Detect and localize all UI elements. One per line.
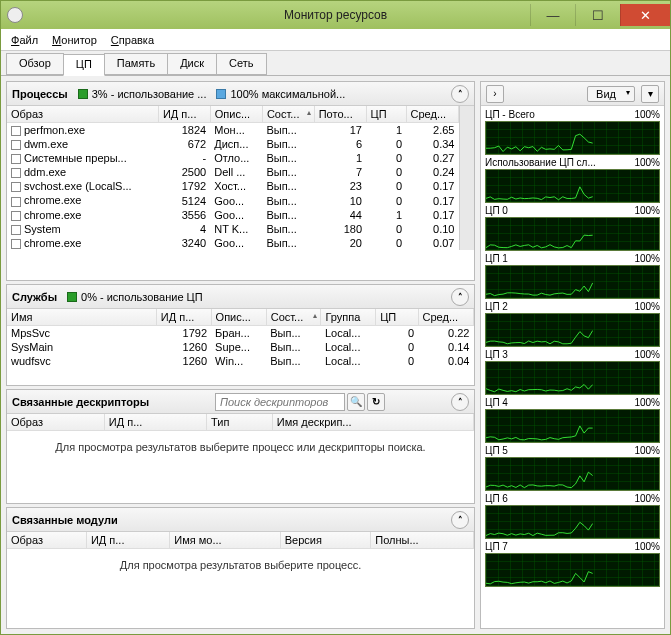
cpu-graph: ЦП 7100% [485, 540, 660, 587]
column-header[interactable]: Группа [321, 309, 376, 326]
tab-disk[interactable]: Диск [167, 53, 217, 75]
checkbox[interactable] [11, 197, 21, 207]
table-row[interactable]: chrome.exe3240Goo...Вып...2000.07 [7, 236, 459, 250]
table-row[interactable]: dwm.exe672Дисп...Вып...600.34 [7, 137, 459, 151]
column-header[interactable]: Сост... [262, 106, 314, 123]
column-header[interactable]: Тип [207, 414, 273, 431]
checkbox[interactable] [11, 239, 21, 249]
cpu-graph: ЦП 2100% [485, 300, 660, 347]
table-row[interactable]: MpsSvc1792Бран...Вып...Local...00.22 [7, 326, 474, 341]
table-row[interactable]: System4NT K...Вып...18000.10 [7, 222, 459, 236]
cpu-max-legend: 100% максимальной... [216, 88, 345, 100]
collapse-handles-icon[interactable]: ˄ [451, 393, 469, 411]
checkbox[interactable] [11, 154, 21, 164]
window-title: Монитор ресурсов [284, 8, 387, 22]
app-icon [7, 7, 23, 23]
processes-table[interactable]: ОбразИД п...Опис...Сост...Пото...ЦПСред.… [7, 106, 459, 250]
graph-label: ЦП 7 [485, 541, 508, 552]
column-header[interactable]: ЦП [366, 106, 406, 123]
column-header[interactable]: ИД п... [86, 532, 169, 549]
column-header[interactable]: Имя [7, 309, 156, 326]
column-header[interactable]: Опис... [211, 309, 266, 326]
table-row[interactable]: SysMain1260Supe...Вып...Local...00.14 [7, 340, 474, 354]
cpu-graph: ЦП 6100% [485, 492, 660, 539]
graph-label: ЦП 4 [485, 397, 508, 408]
graph-percent: 100% [634, 253, 660, 264]
menu-help[interactable]: Справка [111, 34, 154, 46]
table-row[interactable]: chrome.exe3556Goo...Вып...4410.17 [7, 208, 459, 222]
menu-file[interactable]: Файл [11, 34, 38, 46]
column-header[interactable]: Версия [280, 532, 371, 549]
titlebar[interactable]: Монитор ресурсов — ☐ ✕ [1, 1, 670, 29]
graph-percent: 100% [634, 445, 660, 456]
graph-label: ЦП 5 [485, 445, 508, 456]
cpu-graph: Использование ЦП сл...100% [485, 156, 660, 203]
maximize-button[interactable]: ☐ [575, 4, 620, 26]
table-row[interactable]: ddm.exe2500Dell ...Вып...700.24 [7, 165, 459, 179]
graph-percent: 100% [634, 157, 660, 168]
scrollbar[interactable] [459, 106, 474, 250]
column-header[interactable]: Имя мо... [170, 532, 280, 549]
processes-panel: Процессы 3% - использование ... 100% мак… [6, 81, 475, 281]
table-row[interactable]: perfmon.exe1824Мон...Вып...1712.65 [7, 123, 459, 138]
checkbox[interactable] [11, 168, 21, 178]
column-header[interactable]: Опис... [210, 106, 262, 123]
graph-percent: 100% [634, 205, 660, 216]
services-table[interactable]: ИмяИД п...Опис...Сост...ГруппаЦПСред... … [7, 309, 474, 368]
modules-panel: Связанные модули ˄ ОбразИД п...Имя мо...… [6, 507, 475, 629]
modules-table[interactable]: ОбразИД п...Имя мо...ВерсияПолны... [7, 532, 474, 549]
column-header[interactable]: Образ [7, 532, 86, 549]
column-header[interactable]: Образ [7, 106, 158, 123]
table-row[interactable]: Системные преры...-Отло...Вып...100.27 [7, 151, 459, 165]
table-row[interactable]: wudfsvc1260Win...Вып...Local...00.04 [7, 354, 474, 368]
cpu-graph: ЦП 1100% [485, 252, 660, 299]
handles-panel: Связанные дескрипторы 🔍 ↻ ˄ ОбразИД п...… [6, 389, 475, 504]
tab-cpu[interactable]: ЦП [63, 54, 105, 76]
column-header[interactable]: Образ [7, 414, 104, 431]
collapse-modules-icon[interactable]: ˄ [451, 511, 469, 529]
app-window: Монитор ресурсов — ☐ ✕ Файл Монитор Спра… [0, 0, 671, 635]
tab-memory[interactable]: Память [104, 53, 168, 75]
column-header[interactable]: ИД п... [156, 309, 211, 326]
view-options-icon[interactable]: ▾ [641, 85, 659, 103]
column-header[interactable]: Сред... [418, 309, 473, 326]
handles-title: Связанные дескрипторы [12, 396, 149, 408]
expand-graphs-icon[interactable]: › [486, 85, 504, 103]
menu-monitor[interactable]: Монитор [52, 34, 97, 46]
column-header[interactable]: Имя дескрип... [272, 414, 473, 431]
refresh-icon[interactable]: ↻ [367, 393, 385, 411]
tab-overview[interactable]: Обзор [6, 53, 64, 75]
checkbox[interactable] [11, 126, 21, 136]
cpu-graph: ЦП 3100% [485, 348, 660, 395]
menubar: Файл Монитор Справка [1, 29, 670, 51]
graph-percent: 100% [634, 301, 660, 312]
column-header[interactable]: ИД п... [158, 106, 210, 123]
collapse-services-icon[interactable]: ˄ [451, 288, 469, 306]
search-icon[interactable]: 🔍 [347, 393, 365, 411]
handles-table[interactable]: ОбразИД п...ТипИмя дескрип... [7, 414, 474, 431]
table-row[interactable]: svchost.exe (LocalS...1792Хост...Вып...2… [7, 179, 459, 193]
cpu-usage-legend: 3% - использование ... [78, 88, 207, 100]
search-input[interactable] [215, 393, 345, 411]
graph-percent: 100% [634, 493, 660, 504]
checkbox[interactable] [11, 140, 21, 150]
close-button[interactable]: ✕ [620, 4, 670, 26]
graph-label: ЦП 2 [485, 301, 508, 312]
checkbox[interactable] [11, 225, 21, 235]
checkbox[interactable] [11, 182, 21, 192]
processes-title: Процессы [12, 88, 68, 100]
collapse-processes-icon[interactable]: ˄ [451, 85, 469, 103]
column-header[interactable]: Полны... [371, 532, 474, 549]
column-header[interactable]: Сред... [406, 106, 458, 123]
graph-label: ЦП 1 [485, 253, 508, 264]
table-row[interactable]: chrome.exe5124Goo...Вып...1000.17 [7, 193, 459, 207]
view-dropdown[interactable]: Вид [587, 86, 635, 102]
column-header[interactable]: Пото... [314, 106, 366, 123]
minimize-button[interactable]: — [530, 4, 575, 26]
column-header[interactable]: ИД п... [104, 414, 206, 431]
column-header[interactable]: Сост... [266, 309, 321, 326]
checkbox[interactable] [11, 211, 21, 221]
modules-title: Связанные модули [12, 514, 118, 526]
tab-network[interactable]: Сеть [216, 53, 266, 75]
column-header[interactable]: ЦП [376, 309, 418, 326]
